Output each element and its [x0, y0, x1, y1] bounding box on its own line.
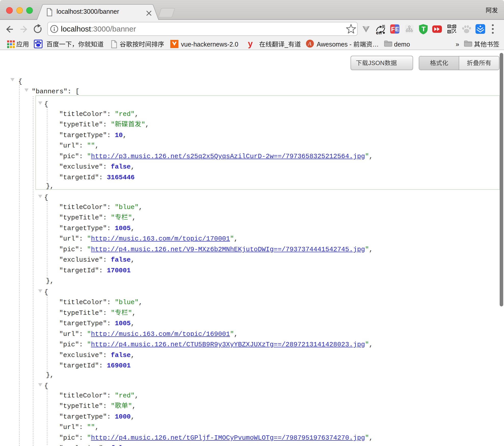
svg-text:en: en	[376, 30, 382, 35]
svg-text:T: T	[422, 25, 426, 33]
svg-text:E: E	[395, 26, 399, 33]
svg-text:A: A	[307, 40, 312, 47]
svg-text:y: y	[248, 39, 253, 48]
svg-text:F: F	[391, 26, 395, 33]
